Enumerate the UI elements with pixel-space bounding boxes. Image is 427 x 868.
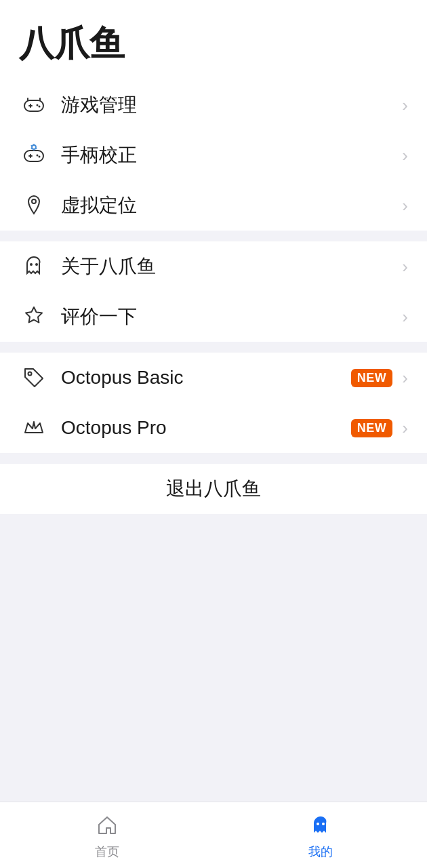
chevron-right-icon: ›: [402, 256, 408, 277]
menu-label-octopus-basic: Octopus Basic: [61, 367, 351, 389]
chevron-right-icon: ›: [402, 418, 408, 439]
menu-label-virtual-location: 虚拟定位: [61, 193, 399, 218]
svg-point-11: [39, 156, 41, 158]
page-title: 八爪鱼: [0, 0, 427, 80]
star-icon: [19, 302, 49, 332]
svg-line-17: [31, 149, 32, 149]
chevron-right-icon: ›: [402, 368, 408, 389]
badge-new-basic: NEW: [351, 369, 393, 387]
svg-point-19: [30, 263, 33, 266]
content-spacer: [0, 514, 427, 802]
svg-point-23: [322, 823, 325, 825]
chevron-right-icon: ›: [402, 95, 408, 116]
menu-label-controller-calibrate: 手柄校正: [61, 142, 399, 168]
menu-label-game-manage: 游戏管理: [61, 92, 399, 118]
group-divider-1: [0, 231, 427, 241]
svg-rect-0: [24, 100, 43, 111]
menu-item-octopus-basic[interactable]: Octopus Basic NEW ›: [0, 353, 427, 403]
svg-point-22: [317, 823, 319, 825]
home-icon: [92, 811, 122, 841]
svg-point-10: [37, 155, 39, 157]
menu-label-about: 关于八爪鱼: [61, 254, 399, 279]
badge-new-pro: NEW: [351, 419, 393, 437]
nav-item-home[interactable]: 首页: [0, 802, 214, 868]
group-divider-3: [0, 453, 427, 464]
menu-item-virtual-location[interactable]: 虚拟定位 ›: [0, 180, 427, 231]
gamepad-icon: [19, 90, 49, 120]
ghost-blue-icon: [306, 811, 336, 841]
menu-label-rate: 评价一下: [61, 304, 399, 330]
location-icon: [19, 191, 49, 220]
page-wrapper: 八爪鱼 游戏管理 ›: [0, 0, 427, 868]
tag-icon: [19, 363, 49, 393]
svg-point-20: [35, 263, 38, 266]
logout-label: 退出八爪鱼: [166, 476, 261, 502]
svg-point-3: [37, 104, 39, 106]
menu-group-2: 关于八爪鱼 › 评价一下 ›: [0, 241, 427, 342]
svg-point-4: [39, 106, 41, 108]
controller-settings-icon: [19, 140, 49, 170]
svg-point-21: [28, 372, 32, 376]
ghost-icon: [19, 252, 49, 281]
svg-rect-7: [24, 151, 43, 161]
menu-label-octopus-pro: Octopus Pro: [61, 417, 351, 439]
nav-label-home: 首页: [95, 844, 119, 860]
svg-line-15: [31, 146, 32, 146]
chevron-right-icon: ›: [402, 307, 408, 328]
logout-row[interactable]: 退出八爪鱼: [0, 464, 427, 514]
chevron-right-icon: ›: [402, 145, 408, 166]
menu-item-controller-calibrate[interactable]: 手柄校正 ›: [0, 130, 427, 180]
menu-item-rate[interactable]: 评价一下 ›: [0, 292, 427, 342]
nav-label-mine: 我的: [308, 844, 333, 860]
main-content: 八爪鱼 游戏管理 ›: [0, 0, 427, 514]
chevron-right-icon: ›: [402, 195, 408, 216]
menu-item-game-manage[interactable]: 游戏管理 ›: [0, 80, 427, 130]
crown-icon: [19, 413, 49, 443]
bottom-nav: 首页 我的: [0, 802, 427, 868]
menu-group-1: 游戏管理 ›: [0, 80, 427, 231]
menu-group-3: Octopus Basic NEW › Octopus Pro NEW ›: [0, 353, 427, 453]
svg-line-16: [36, 149, 37, 149]
menu-item-about[interactable]: 关于八爪鱼 ›: [0, 241, 427, 292]
nav-item-mine[interactable]: 我的: [214, 802, 427, 868]
svg-point-18: [32, 199, 36, 203]
menu-item-octopus-pro[interactable]: Octopus Pro NEW ›: [0, 403, 427, 453]
group-divider-2: [0, 342, 427, 353]
